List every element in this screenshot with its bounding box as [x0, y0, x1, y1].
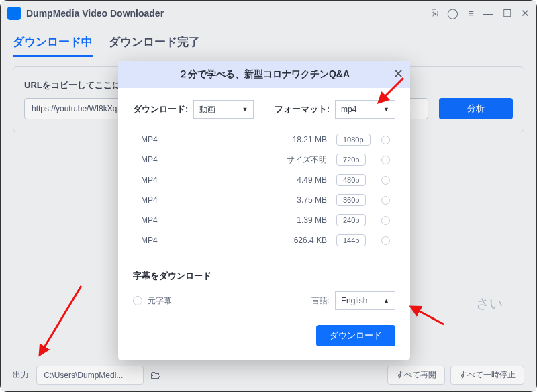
app-window: DumpMedia Video Downloader ⎘ ◯ ≡ — ☐ ✕ ダ… — [0, 0, 537, 392]
subtitle-header: 字幕をダウンロード — [133, 270, 395, 282]
format-value: mp4 — [341, 105, 356, 114]
row-resolution: 1080p — [336, 134, 378, 146]
row-format: MP4 — [136, 195, 183, 205]
row-size: サイズ不明 — [183, 154, 336, 166]
row-size: 626.4 KB — [183, 236, 336, 245]
row-format: MP4 — [136, 215, 183, 225]
row-resolution: 480p — [336, 174, 378, 186]
resolution-row: MP4626.4 KB144p — [136, 230, 393, 250]
chevron-down-icon: ▼ — [242, 106, 248, 113]
resolution-row: MP4サイズ不明720p — [136, 150, 393, 170]
row-resolution: 360p — [336, 194, 378, 206]
subtitle-checkbox[interactable] — [133, 296, 142, 305]
resolution-row: MP41.39 MB240p — [136, 210, 393, 230]
row-radio[interactable] — [381, 176, 390, 185]
divider — [133, 260, 395, 260]
row-format: MP4 — [136, 155, 183, 164]
resolution-list: MP418.21 MB1080pMP4サイズ不明720pMP44.49 MB48… — [136, 130, 393, 250]
chevron-up-icon: ▲ — [383, 297, 389, 304]
row-format: MP4 — [136, 236, 183, 245]
format-select[interactable]: mp4 ▼ — [335, 100, 395, 119]
row-resolution: 720p — [336, 154, 378, 166]
row-resolution: 144p — [336, 234, 378, 246]
download-type-value: 動画 — [199, 104, 215, 115]
resolution-row: MP44.49 MB480p — [136, 170, 393, 190]
modal-header: ２分で学べる、新型コロナワクチンQ&A ✕ — [118, 61, 410, 88]
language-select[interactable]: English ▲ — [335, 291, 395, 310]
language-value: English — [341, 296, 367, 305]
format-label: フォーマット: — [275, 103, 330, 115]
chevron-down-icon: ▼ — [383, 106, 389, 113]
language-label: 言語: — [311, 295, 330, 307]
resolution-row: MP418.21 MB1080p — [136, 130, 393, 150]
row-size: 18.21 MB — [183, 135, 336, 144]
row-resolution: 240p — [336, 214, 378, 226]
row-size: 1.39 MB — [183, 215, 336, 225]
download-type-select[interactable]: 動画 ▼ — [193, 100, 254, 119]
subtitle-option-label: 元字幕 — [148, 295, 172, 307]
close-icon[interactable]: ✕ — [393, 66, 403, 81]
row-radio[interactable] — [381, 236, 390, 245]
row-format: MP4 — [136, 135, 183, 144]
row-size: 3.75 MB — [183, 195, 336, 205]
row-radio[interactable] — [381, 216, 390, 225]
resolution-row: MP43.75 MB360p — [136, 190, 393, 210]
modal-title: ２分で学べる、新型コロナワクチンQ&A — [179, 68, 350, 81]
download-options-modal: ２分で学べる、新型コロナワクチンQ&A ✕ ダウンロード: 動画 ▼ フォーマッ… — [118, 61, 410, 360]
row-size: 4.49 MB — [183, 175, 336, 185]
row-format: MP4 — [136, 175, 183, 185]
row-radio[interactable] — [381, 136, 390, 144]
download-button[interactable]: ダウンロード — [316, 325, 395, 346]
row-radio[interactable] — [381, 156, 390, 164]
row-radio[interactable] — [381, 196, 390, 205]
modal-overlay: ２分で学べる、新型コロナワクチンQ&A ✕ ダウンロード: 動画 ▼ フォーマッ… — [1, 1, 536, 391]
download-type-label: ダウンロード: — [133, 103, 188, 115]
